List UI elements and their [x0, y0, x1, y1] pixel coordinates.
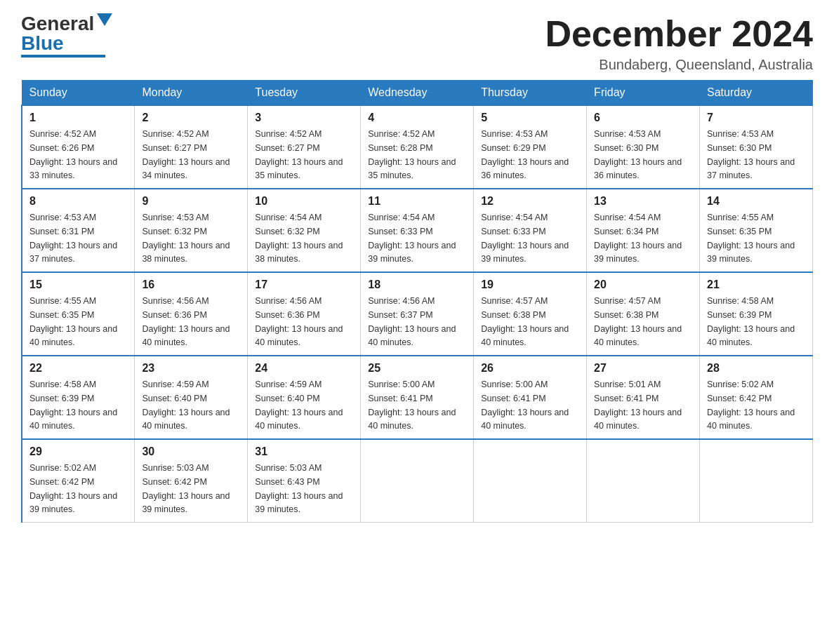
day-info: Sunrise: 4:54 AMSunset: 6:32 PMDaylight:… — [255, 213, 343, 264]
calendar-cell: 23 Sunrise: 4:59 AMSunset: 6:40 PMDaylig… — [135, 356, 248, 439]
calendar-cell: 29 Sunrise: 5:02 AMSunset: 6:42 PMDaylig… — [22, 439, 135, 523]
day-info: Sunrise: 4:54 AMSunset: 6:33 PMDaylight:… — [368, 213, 456, 264]
calendar-cell — [361, 439, 474, 523]
day-number: 31 — [255, 445, 353, 458]
calendar-cell: 28 Sunrise: 5:02 AMSunset: 6:42 PMDaylig… — [700, 356, 813, 439]
header-monday: Monday — [135, 81, 248, 106]
day-info: Sunrise: 4:59 AMSunset: 6:40 PMDaylight:… — [255, 380, 343, 431]
day-number: 16 — [142, 279, 240, 291]
day-info: Sunrise: 4:58 AMSunset: 6:39 PMDaylight:… — [29, 380, 117, 431]
day-number: 17 — [255, 279, 353, 291]
calendar-cell: 1 Sunrise: 4:52 AMSunset: 6:26 PMDayligh… — [22, 105, 135, 189]
day-info: Sunrise: 4:53 AMSunset: 6:31 PMDaylight:… — [29, 213, 117, 264]
calendar-cell: 9 Sunrise: 4:53 AMSunset: 6:32 PMDayligh… — [135, 189, 248, 272]
month-title: December 2024 — [545, 14, 813, 54]
calendar-cell: 31 Sunrise: 5:03 AMSunset: 6:43 PMDaylig… — [248, 439, 361, 523]
calendar-cell: 13 Sunrise: 4:54 AMSunset: 6:34 PMDaylig… — [587, 189, 700, 272]
title-section: December 2024 Bundaberg, Queensland, Aus… — [545, 14, 813, 73]
day-info: Sunrise: 4:56 AMSunset: 6:36 PMDaylight:… — [142, 296, 230, 347]
calendar-cell: 25 Sunrise: 5:00 AMSunset: 6:41 PMDaylig… — [361, 356, 474, 439]
day-info: Sunrise: 4:56 AMSunset: 6:37 PMDaylight:… — [368, 296, 456, 347]
calendar-week-row-1: 1 Sunrise: 4:52 AMSunset: 6:26 PMDayligh… — [22, 105, 813, 189]
day-number: 26 — [481, 362, 579, 375]
day-number: 10 — [255, 195, 353, 208]
day-info: Sunrise: 4:54 AMSunset: 6:34 PMDaylight:… — [594, 213, 682, 264]
calendar-cell: 7 Sunrise: 4:53 AMSunset: 6:30 PMDayligh… — [700, 105, 813, 189]
day-number: 19 — [481, 279, 579, 291]
header-saturday: Saturday — [700, 81, 813, 106]
location-subtitle: Bundaberg, Queensland, Australia — [545, 57, 813, 73]
day-number: 30 — [142, 445, 240, 458]
calendar-cell — [700, 439, 813, 523]
day-info: Sunrise: 4:55 AMSunset: 6:35 PMDaylight:… — [29, 296, 117, 347]
calendar-cell: 3 Sunrise: 4:52 AMSunset: 6:27 PMDayligh… — [248, 105, 361, 189]
day-info: Sunrise: 4:52 AMSunset: 6:27 PMDaylight:… — [255, 129, 343, 180]
calendar-cell: 20 Sunrise: 4:57 AMSunset: 6:38 PMDaylig… — [587, 272, 700, 356]
day-number: 29 — [29, 445, 127, 458]
calendar-cell: 24 Sunrise: 4:59 AMSunset: 6:40 PMDaylig… — [248, 356, 361, 439]
day-number: 18 — [368, 279, 466, 291]
day-number: 4 — [368, 112, 466, 124]
calendar-cell: 21 Sunrise: 4:58 AMSunset: 6:39 PMDaylig… — [700, 272, 813, 356]
day-number: 11 — [368, 195, 466, 208]
day-info: Sunrise: 4:53 AMSunset: 6:30 PMDaylight:… — [707, 129, 795, 180]
day-number: 2 — [142, 112, 240, 124]
day-info: Sunrise: 5:00 AMSunset: 6:41 PMDaylight:… — [368, 380, 456, 431]
calendar-cell: 30 Sunrise: 5:03 AMSunset: 6:42 PMDaylig… — [135, 439, 248, 523]
header-wednesday: Wednesday — [361, 81, 474, 106]
logo-general: General — [21, 14, 94, 34]
calendar-cell — [587, 439, 700, 523]
day-info: Sunrise: 4:54 AMSunset: 6:33 PMDaylight:… — [481, 213, 569, 264]
calendar-table: Sunday Monday Tuesday Wednesday Thursday… — [21, 80, 813, 523]
day-number: 24 — [255, 362, 353, 375]
calendar-week-row-3: 15 Sunrise: 4:55 AMSunset: 6:35 PMDaylig… — [22, 272, 813, 356]
logo-arrow-icon — [97, 13, 112, 29]
calendar-cell: 22 Sunrise: 4:58 AMSunset: 6:39 PMDaylig… — [22, 356, 135, 439]
day-info: Sunrise: 4:52 AMSunset: 6:26 PMDaylight:… — [29, 129, 117, 180]
day-info: Sunrise: 4:58 AMSunset: 6:39 PMDaylight:… — [707, 296, 795, 347]
calendar-cell: 19 Sunrise: 4:57 AMSunset: 6:38 PMDaylig… — [474, 272, 587, 356]
day-info: Sunrise: 4:53 AMSunset: 6:30 PMDaylight:… — [594, 129, 682, 180]
calendar-cell: 5 Sunrise: 4:53 AMSunset: 6:29 PMDayligh… — [474, 105, 587, 189]
logo-underline — [21, 55, 105, 58]
day-info: Sunrise: 4:53 AMSunset: 6:29 PMDaylight:… — [481, 129, 569, 180]
day-info: Sunrise: 4:53 AMSunset: 6:32 PMDaylight:… — [142, 213, 230, 264]
day-number: 7 — [707, 112, 805, 124]
calendar-cell: 14 Sunrise: 4:55 AMSunset: 6:35 PMDaylig… — [700, 189, 813, 272]
calendar-cell: 6 Sunrise: 4:53 AMSunset: 6:30 PMDayligh… — [587, 105, 700, 189]
calendar-cell: 11 Sunrise: 4:54 AMSunset: 6:33 PMDaylig… — [361, 189, 474, 272]
calendar-week-row-4: 22 Sunrise: 4:58 AMSunset: 6:39 PMDaylig… — [22, 356, 813, 439]
calendar-cell: 17 Sunrise: 4:56 AMSunset: 6:36 PMDaylig… — [248, 272, 361, 356]
calendar-cell: 12 Sunrise: 4:54 AMSunset: 6:33 PMDaylig… — [474, 189, 587, 272]
day-info: Sunrise: 5:02 AMSunset: 6:42 PMDaylight:… — [707, 380, 795, 431]
day-info: Sunrise: 4:57 AMSunset: 6:38 PMDaylight:… — [594, 296, 682, 347]
day-number: 5 — [481, 112, 579, 124]
day-number: 1 — [29, 112, 127, 124]
calendar-cell: 10 Sunrise: 4:54 AMSunset: 6:32 PMDaylig… — [248, 189, 361, 272]
svg-marker-0 — [97, 13, 112, 26]
day-info: Sunrise: 4:52 AMSunset: 6:28 PMDaylight:… — [368, 129, 456, 180]
day-info: Sunrise: 5:03 AMSunset: 6:43 PMDaylight:… — [255, 463, 343, 514]
day-number: 15 — [29, 279, 127, 291]
header-friday: Friday — [587, 81, 700, 106]
day-number: 27 — [594, 362, 692, 375]
day-info: Sunrise: 4:56 AMSunset: 6:36 PMDaylight:… — [255, 296, 343, 347]
calendar-cell: 27 Sunrise: 5:01 AMSunset: 6:41 PMDaylig… — [587, 356, 700, 439]
day-info: Sunrise: 4:55 AMSunset: 6:35 PMDaylight:… — [707, 213, 795, 264]
day-number: 8 — [29, 195, 127, 208]
day-info: Sunrise: 5:03 AMSunset: 6:42 PMDaylight:… — [142, 463, 230, 514]
calendar-header-row: Sunday Monday Tuesday Wednesday Thursday… — [22, 81, 813, 106]
calendar-week-row-5: 29 Sunrise: 5:02 AMSunset: 6:42 PMDaylig… — [22, 439, 813, 523]
day-info: Sunrise: 5:00 AMSunset: 6:41 PMDaylight:… — [481, 380, 569, 431]
day-number: 22 — [29, 362, 127, 375]
day-number: 12 — [481, 195, 579, 208]
calendar-cell — [474, 439, 587, 523]
header-sunday: Sunday — [22, 81, 135, 106]
day-number: 23 — [142, 362, 240, 375]
calendar-cell: 4 Sunrise: 4:52 AMSunset: 6:28 PMDayligh… — [361, 105, 474, 189]
day-number: 9 — [142, 195, 240, 208]
header-tuesday: Tuesday — [248, 81, 361, 106]
calendar-week-row-2: 8 Sunrise: 4:53 AMSunset: 6:31 PMDayligh… — [22, 189, 813, 272]
day-info: Sunrise: 4:57 AMSunset: 6:38 PMDaylight:… — [481, 296, 569, 347]
day-info: Sunrise: 4:52 AMSunset: 6:27 PMDaylight:… — [142, 129, 230, 180]
